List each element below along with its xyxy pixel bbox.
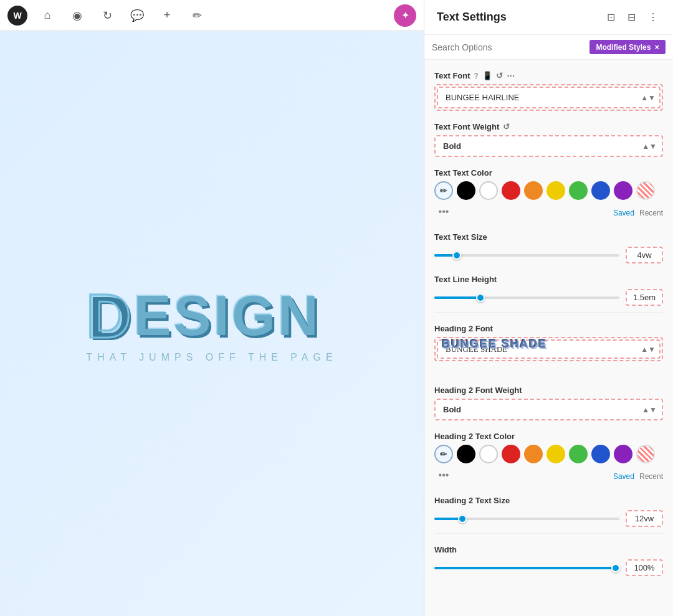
divider-2 xyxy=(434,533,663,534)
text-color-striped[interactable] xyxy=(636,181,655,200)
text-size-slider-thumb[interactable] xyxy=(452,251,461,260)
text-color-blue[interactable] xyxy=(591,181,610,200)
text-color-recent[interactable]: Recent xyxy=(639,209,663,217)
heading2-color-purple[interactable] xyxy=(614,445,632,463)
heading2-font-weight-select[interactable]: Bold xyxy=(434,399,663,420)
text-color-green[interactable] xyxy=(569,181,588,200)
heading2-font-select[interactable]: BUNGEE SHADE xyxy=(437,339,661,359)
canvas-sub-heading: THAT JUMPS OFF THE PAGE xyxy=(86,352,337,363)
panel-title: Text Settings xyxy=(437,11,507,24)
text-text-size-label: Text Text Size xyxy=(434,232,663,242)
heading2-font-weight-label: Heading 2 Font Weight xyxy=(434,386,663,395)
text-line-height-fill xyxy=(434,296,480,299)
star-icon-button[interactable]: ✦ xyxy=(394,4,416,27)
text-size-slider-row: 4vw xyxy=(434,247,663,263)
text-color-saved[interactable]: Saved xyxy=(613,209,634,217)
text-font-weight-reset-icon[interactable]: ↺ xyxy=(503,122,510,131)
width-fill xyxy=(434,567,616,569)
palette-icon[interactable]: ◉ xyxy=(67,6,87,26)
settings-panel: Text Settings ⊡ ⊟ ⋮ Modified Styles × Te… xyxy=(424,0,673,616)
design-rest-letters: ESIGN xyxy=(134,288,321,344)
width-value[interactable]: 100% xyxy=(626,559,663,576)
panel-header: Text Settings ⊡ ⊟ ⋮ xyxy=(424,0,673,35)
heading2-color-yellow[interactable] xyxy=(547,445,565,463)
text-line-height-label: Text Line Height xyxy=(434,275,663,284)
panel-header-icons: ⊡ ⊟ ⋮ xyxy=(604,10,661,24)
heading2-color-swatches-row: ✏ xyxy=(434,445,663,463)
refresh-icon[interactable]: ↻ xyxy=(97,6,117,26)
heading2-font-select-wrap: BUNGEE SHADE ▲▼ xyxy=(434,337,663,361)
text-font-select-wrap: BUNGEE HAIRLINE ▲▼ xyxy=(434,84,663,111)
panel-expand-icon[interactable]: ⊡ xyxy=(604,10,618,24)
pencil-icon[interactable]: ✏ xyxy=(187,6,207,26)
search-input[interactable] xyxy=(432,42,585,52)
heading2-text-color-label: Heading 2 Text Color xyxy=(434,432,663,441)
text-line-height-thumb[interactable] xyxy=(476,293,485,302)
text-color-dots[interactable]: ••• xyxy=(434,202,453,221)
modified-styles-badge[interactable]: Modified Styles × xyxy=(589,40,666,54)
heading2-size-slider-row: 12vw xyxy=(434,510,663,527)
top-toolbar: W ⌂ ◉ ↻ 💬 + ✏ ✦ xyxy=(0,0,424,31)
design-d-letter: D xyxy=(86,285,133,347)
text-color-eyedropper[interactable]: ✏ xyxy=(434,181,453,200)
text-font-reset-icon[interactable]: ↺ xyxy=(496,71,503,80)
heading2-color-eyedropper[interactable]: ✏ xyxy=(434,445,453,463)
text-color-saved-recent: Saved Recent xyxy=(613,209,663,217)
comment-icon[interactable]: 💬 xyxy=(127,6,147,26)
heading2-color-recent[interactable]: Recent xyxy=(639,472,663,481)
text-color-swatches-row: ✏ xyxy=(434,181,663,200)
text-font-mobile-icon[interactable]: 📱 xyxy=(482,71,492,80)
text-line-height-value[interactable]: 1.5em xyxy=(626,289,663,306)
text-font-weight-select-wrap: Bold ▲▼ xyxy=(434,135,663,157)
canvas-area: W ⌂ ◉ ↻ 💬 + ✏ ✦ D ESIGN THAT JUMPS OFF T… xyxy=(0,0,424,616)
text-font-help-icon[interactable]: ? xyxy=(474,72,479,80)
heading2-color-dots[interactable]: ••• xyxy=(434,466,453,485)
text-text-color-label: Text Text Color xyxy=(434,168,663,178)
wordpress-icon[interactable]: W xyxy=(7,6,27,26)
panel-content: Text Font ? 📱 ↺ ⋯ BUNGEE HAIRLINE ▲▼ Tex… xyxy=(424,60,673,616)
text-size-value[interactable]: 4vw xyxy=(626,247,663,263)
text-line-height-slider-track[interactable] xyxy=(434,296,619,299)
text-color-red[interactable] xyxy=(502,181,520,200)
heading2-color-white[interactable] xyxy=(479,445,498,463)
text-size-slider-track[interactable] xyxy=(434,254,619,257)
text-font-more-icon[interactable]: ⋯ xyxy=(507,71,515,80)
text-font-select[interactable]: BUNGEE HAIRLINE xyxy=(437,87,661,108)
heading2-color-blue[interactable] xyxy=(591,445,610,463)
panel-more-icon[interactable]: ⋮ xyxy=(646,10,661,24)
heading2-size-thumb[interactable] xyxy=(458,514,467,523)
width-thumb[interactable] xyxy=(611,564,620,572)
heading2-color-striped[interactable] xyxy=(636,445,655,463)
heading2-size-slider-track[interactable] xyxy=(434,518,619,520)
search-bar-row: Modified Styles × xyxy=(424,35,673,60)
modified-badge-label: Modified Styles xyxy=(596,43,651,52)
heading2-text-size-label: Heading 2 Text Size xyxy=(434,496,663,505)
text-color-purple[interactable] xyxy=(614,181,632,200)
text-color-yellow[interactable] xyxy=(547,181,565,200)
heading2-color-saved-recent: Saved Recent xyxy=(613,472,663,481)
width-label: Width xyxy=(434,545,663,554)
text-line-height-slider-row: 1.5em xyxy=(434,289,663,306)
text-color-orange[interactable] xyxy=(524,181,543,200)
heading2-font-label: Heading 2 Font xyxy=(434,324,663,333)
text-font-weight-select[interactable]: Bold xyxy=(434,135,663,157)
text-color-black[interactable] xyxy=(457,181,475,200)
heading2-color-green[interactable] xyxy=(569,445,588,463)
text-font-label: Text Font ? 📱 ↺ ⋯ xyxy=(434,71,663,80)
heading2-font-weight-select-wrap: Bold ▲▼ xyxy=(434,399,663,420)
home-icon[interactable]: ⌂ xyxy=(37,6,57,26)
width-slider-row: 100% xyxy=(434,559,663,576)
heading2-color-orange[interactable] xyxy=(524,445,543,463)
divider-1 xyxy=(434,312,663,313)
heading2-color-red[interactable] xyxy=(502,445,520,463)
text-font-weight-label: Text Font Weight ↺ xyxy=(434,122,663,131)
heading2-color-black[interactable] xyxy=(457,445,475,463)
heading2-color-saved[interactable]: Saved xyxy=(613,472,634,481)
modified-badge-close[interactable]: × xyxy=(654,42,659,52)
text-color-white[interactable] xyxy=(479,181,498,200)
canvas-main-heading: D ESIGN xyxy=(86,285,337,347)
width-slider-track[interactable] xyxy=(434,567,619,569)
panel-columns-icon[interactable]: ⊟ xyxy=(625,10,638,24)
heading2-size-value[interactable]: 12vw xyxy=(626,510,663,527)
add-icon[interactable]: + xyxy=(157,6,177,26)
